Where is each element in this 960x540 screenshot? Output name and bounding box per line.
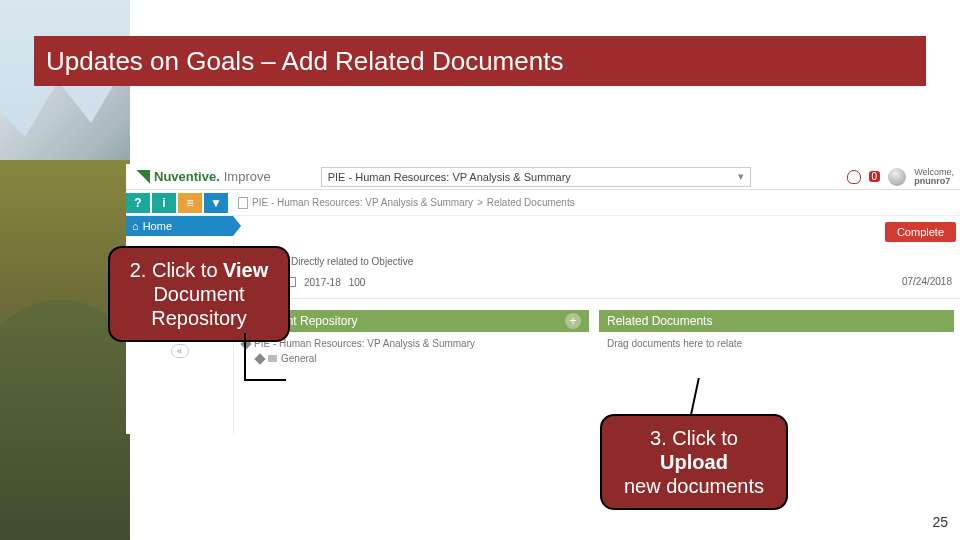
status-pct: 100 xyxy=(349,277,366,288)
repo-folder-unit-label: PIE - Human Resources: VP Analysis & Sum… xyxy=(254,338,475,349)
status-year: 2017-18 xyxy=(304,277,341,288)
brand-logo: Nuventive. Improve xyxy=(126,169,281,184)
panel-related-documents: Related Documents Drag documents here to… xyxy=(599,310,954,374)
callout2-leader xyxy=(244,333,246,379)
welcome-user: pnunro7 xyxy=(914,176,950,186)
app-header: Nuventive. Improve PIE - Human Resources… xyxy=(126,164,960,190)
avatar[interactable] xyxy=(888,168,906,186)
breadcrumb: PIE - Human Resources: VP Analysis & Sum… xyxy=(238,197,575,209)
panel-related-title: Related Documents xyxy=(607,314,712,328)
unit-dropdown-value: PIE - Human Resources: VP Analysis & Sum… xyxy=(328,171,571,183)
breadcrumb-sep: > xyxy=(477,197,483,208)
toolbar-row: ? i ≡ ▼ PIE - Human Resources: VP Analys… xyxy=(126,190,960,216)
filter-button[interactable]: ▼ xyxy=(204,193,228,213)
repo-folder-general-label: General xyxy=(281,353,317,364)
upload-document-button[interactable]: + xyxy=(565,313,581,329)
menu-button[interactable]: ≡ xyxy=(178,193,202,213)
sidebar-collapse-button[interactable]: « xyxy=(126,340,233,362)
sidebar-item-home[interactable]: ⌂ Home xyxy=(126,216,233,236)
callout3-text-b: Upload xyxy=(660,451,728,473)
info-button[interactable]: i xyxy=(152,193,176,213)
callout2-text-c: Document Repository xyxy=(151,283,247,329)
complete-button[interactable]: Complete xyxy=(885,222,956,242)
bell-icon[interactable] xyxy=(847,170,861,184)
brand-text-a: Nuventive. xyxy=(154,169,220,184)
callout3-text-c: new documents xyxy=(624,475,764,497)
breadcrumb-unit[interactable]: PIE - Human Resources: VP Analysis & Sum… xyxy=(252,197,473,208)
related-drop-hint: Drag documents here to relate xyxy=(607,338,742,349)
folder-icon xyxy=(268,355,277,362)
breadcrumb-page: Related Documents xyxy=(487,197,575,208)
unit-dropdown[interactable]: PIE - Human Resources: VP Analysis & Sum… xyxy=(321,167,751,187)
pin-icon xyxy=(254,353,265,364)
home-icon: ⌂ xyxy=(132,220,139,232)
welcome-text: Welcome, pnunro7 xyxy=(914,168,954,186)
brand-mark-icon xyxy=(136,170,150,184)
divider xyxy=(234,298,960,299)
callout2-leader xyxy=(244,379,286,381)
status-date: 07/24/2018 xyxy=(902,276,952,287)
callout3-text-a: 3. Click to xyxy=(650,427,738,449)
repo-folder-unit[interactable]: PIE - Human Resources: VP Analysis & Sum… xyxy=(242,338,581,349)
callout-step-3: 3. Click to Upload new documents xyxy=(600,414,788,510)
callout-step-2: 2. Click to View Document Repository xyxy=(108,246,290,342)
doc-icon xyxy=(238,197,248,209)
main-content: Complete Directly related to Objective 2… xyxy=(234,216,960,434)
callout2-text-a: 2. Click to xyxy=(130,259,223,281)
help-button[interactable]: ? xyxy=(126,193,150,213)
sidebar-home-label: Home xyxy=(143,220,172,232)
objective-row: Directly related to Objective xyxy=(274,256,413,267)
callout2-text-b: View xyxy=(223,259,268,281)
slide-title-bar: Updates on Goals – Add Related Documents xyxy=(34,36,926,86)
brand-text-b: Improve xyxy=(224,169,271,184)
objective-label: Directly related to Objective xyxy=(291,256,413,267)
notification-badge: 0 xyxy=(869,171,881,182)
repo-folder-general[interactable]: General xyxy=(242,353,581,364)
slide-number: 25 xyxy=(932,514,948,530)
slide-title: Updates on Goals – Add Related Documents xyxy=(46,46,563,77)
